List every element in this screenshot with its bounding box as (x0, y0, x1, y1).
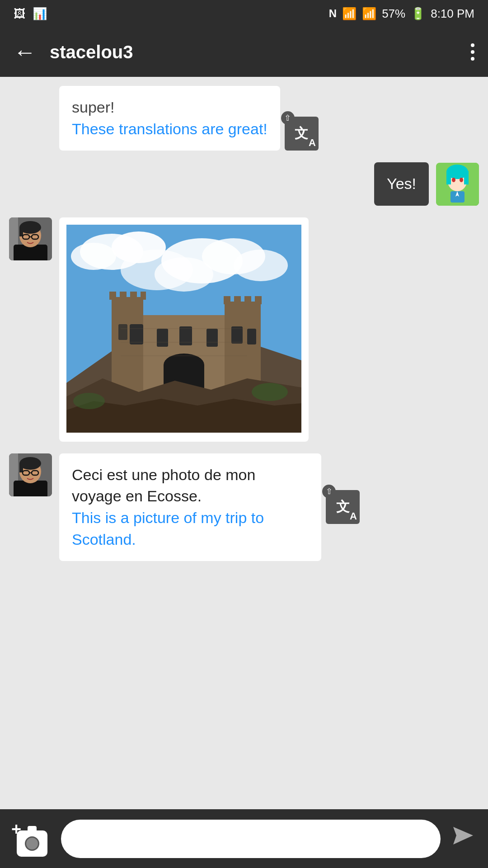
svg-rect-29 (112, 297, 143, 396)
camera-top (28, 826, 37, 831)
message-translation-text[interactable]: These translations are great! (72, 118, 267, 140)
outgoing-message-bubble: Yes! (374, 162, 429, 206)
svg-rect-44 (231, 326, 243, 344)
message-french-text: Ceci est une photo de mon voyage en Ecos… (72, 464, 309, 507)
svg-rect-35 (224, 296, 230, 304)
message-row-outgoing: Yes! (9, 162, 479, 206)
message-bubble-wrapper: super! These translations are great! 文 A… (59, 86, 319, 151)
svg-point-6 (460, 178, 463, 182)
outgoing-message-text: Yes! (387, 175, 416, 192)
translate-char-icon-2: 文 (336, 498, 350, 516)
user-avatar (436, 163, 479, 206)
message-input[interactable] (61, 820, 441, 858)
message-original-text: super! (72, 97, 267, 118)
svg-point-53 (252, 383, 288, 401)
status-bar-right-info: N 📶 📶 57% 🔋 8:10 PM (329, 7, 474, 21)
activity-status-icon: 📊 (33, 7, 47, 21)
message-row: super! These translations are great! 文 A… (9, 86, 479, 151)
signal-icon: 📶 (362, 7, 376, 21)
svg-rect-39 (130, 324, 143, 344)
contact-avatar-svg (9, 217, 52, 260)
svg-point-21 (71, 243, 116, 270)
menu-dot (471, 50, 474, 54)
svg-rect-38 (255, 296, 262, 304)
arrow-symbol-2: ⇧ (326, 486, 333, 496)
message-row-translation: Ceci est une photo de mon voyage en Ecos… (9, 453, 479, 561)
camera-lens (25, 836, 39, 851)
wifi-icon: 📶 (342, 7, 357, 21)
add-camera-button[interactable]: + (11, 821, 52, 857)
bottom-bar: + (0, 809, 488, 868)
nfc-icon: N (329, 7, 337, 20)
svg-rect-37 (244, 296, 251, 304)
contact-avatar-2 (9, 453, 52, 496)
translate-char-icon: 文 (295, 124, 308, 143)
overflow-menu-button[interactable] (471, 43, 474, 61)
svg-point-24 (234, 250, 288, 281)
svg-point-47 (164, 354, 204, 376)
svg-rect-36 (234, 296, 241, 304)
translate-arrow-icon: ⇧ (281, 111, 295, 125)
translate-icon-badge: 文 A ⇧ (285, 117, 319, 151)
anime-avatar-svg (436, 163, 479, 206)
incoming-message-bubble: super! These translations are great! (59, 86, 280, 151)
svg-rect-41 (179, 326, 192, 345)
contact-avatar (9, 217, 52, 260)
translate-arrow-icon-2: ⇧ (322, 485, 336, 498)
svg-rect-3 (446, 171, 451, 184)
svg-rect-43 (118, 324, 127, 340)
translate-a-icon: A (309, 137, 316, 149)
image-message-bubble (59, 217, 309, 442)
castle-image-svg (66, 225, 301, 433)
message-row-image (9, 217, 479, 442)
message-english-translation[interactable]: This is a picture of my trip to Scotland… (72, 507, 309, 550)
status-bar-left-icons: 🖼 📊 (14, 7, 47, 21)
svg-point-54 (73, 393, 105, 409)
svg-rect-33 (130, 292, 137, 300)
translate-icon-bg-2: 文 A ⇧ (326, 490, 360, 524)
svg-rect-4 (464, 171, 469, 184)
chat-title: stacelou3 (50, 42, 457, 62)
svg-rect-32 (120, 292, 127, 300)
svg-rect-42 (206, 329, 218, 347)
svg-point-26 (155, 257, 213, 292)
translate-icon-bg: 文 A ⇧ (285, 117, 319, 151)
svg-rect-60 (19, 463, 23, 472)
translation-bubble-wrapper: Ceci est une photo de mon voyage en Ecos… (59, 453, 360, 561)
menu-dot (471, 43, 474, 47)
svg-rect-31 (109, 292, 116, 300)
send-button[interactable] (450, 823, 477, 854)
svg-rect-34 (141, 292, 146, 300)
svg-rect-14 (19, 227, 23, 236)
battery-percent: 57% (382, 7, 405, 21)
translate-icon-badge-2: 文 A ⇧ (326, 490, 360, 524)
contact-avatar-svg-2 (9, 453, 52, 496)
svg-rect-45 (247, 329, 256, 344)
app-bar: ← stacelou3 (0, 27, 488, 77)
svg-marker-64 (453, 827, 473, 844)
chat-area: super! These translations are great! 文 A… (0, 77, 488, 809)
translate-a-icon-2: A (350, 510, 357, 522)
time-display: 8:10 PM (431, 7, 474, 21)
status-bar: 🖼 📊 N 📶 📶 57% 🔋 8:10 PM (0, 0, 488, 27)
arrow-symbol: ⇧ (284, 113, 291, 123)
back-button[interactable]: ← (14, 41, 36, 63)
svg-point-5 (452, 178, 455, 182)
menu-dot (471, 57, 474, 61)
image-status-icon: 🖼 (14, 7, 25, 21)
translation-message-bubble: Ceci est une photo de mon voyage en Ecos… (59, 453, 321, 561)
battery-icon: 🔋 (411, 7, 425, 21)
send-icon (450, 823, 477, 848)
svg-rect-40 (157, 329, 168, 347)
camera-body (17, 830, 47, 857)
